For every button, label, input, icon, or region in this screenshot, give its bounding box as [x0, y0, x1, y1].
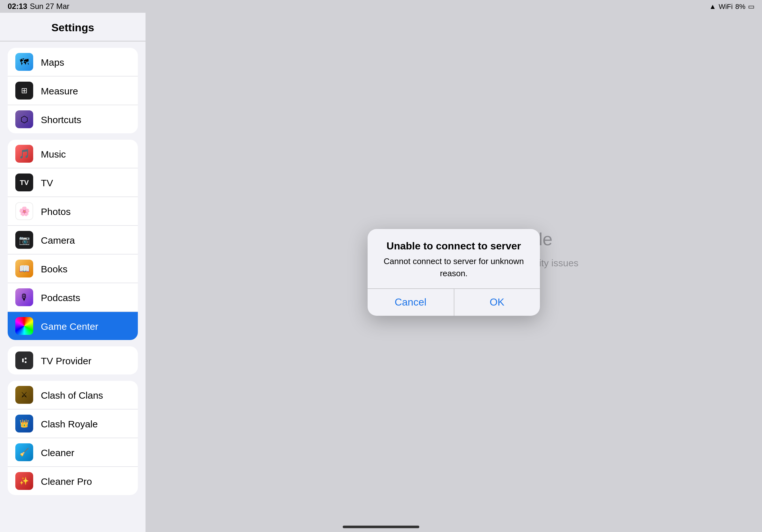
tvprovider-icon: ⑆: [15, 352, 33, 369]
cr-label: Clash Royale: [41, 418, 98, 429]
home-indicator: [343, 526, 419, 528]
sidebar-item-coc[interactable]: ⚔ Clash of Clans: [8, 381, 138, 410]
camera-label: Camera: [41, 234, 75, 245]
tv-label: TV: [41, 177, 53, 188]
sidebar-scroll: 🗺 Maps ⊞ Measure ⬡ Shortcuts: [0, 41, 145, 532]
photos-icon: 🌸: [15, 202, 33, 220]
measure-icon: ⊞: [15, 82, 33, 100]
sidebar-item-music[interactable]: 🎵 Music: [8, 140, 138, 168]
sidebar-group-media: 🎵 Music TV TV 🌸 Photos: [8, 140, 138, 340]
cleaner-label: Cleaner: [41, 447, 74, 458]
cleaner-icon: 🧹: [15, 443, 33, 461]
sidebar-group-utilities: 🗺 Maps ⊞ Measure ⬡ Shortcuts: [8, 48, 138, 133]
wifi-icon: WiFi: [719, 3, 733, 10]
sidebar-group-apps: ⚔ Clash of Clans 👑 Clash Royale 🧹 Cleane…: [8, 381, 138, 495]
podcasts-label: Podcasts: [41, 292, 80, 303]
dialog-actions: Cancel OK: [368, 288, 540, 315]
camera-icon: 📷: [15, 231, 33, 249]
status-time: 02:13: [8, 2, 27, 11]
status-date: Sun 27 Mar: [30, 2, 69, 11]
cr-icon: 👑: [15, 415, 33, 432]
maps-label: Maps: [41, 56, 64, 67]
tv-icon: TV: [15, 173, 33, 191]
coc-icon: ⚔: [15, 386, 33, 404]
dialog-overlay: Unable to connect to server Cannot conne…: [145, 13, 762, 532]
tvprovider-label: TV Provider: [41, 355, 91, 366]
sidebar-item-maps[interactable]: 🗺 Maps: [8, 48, 138, 77]
dialog-body: Unable to connect to server Cannot conne…: [368, 229, 540, 288]
sidebar-item-cleanerpro[interactable]: ✨ Cleaner Pro: [8, 467, 138, 495]
music-icon: 🎵: [15, 145, 33, 163]
status-bar: 02:13 Sun 27 Mar ▲ WiFi 8% ▭: [0, 0, 762, 13]
books-icon: 📖: [15, 260, 33, 278]
status-icons: ▲ WiFi 8% ▭: [709, 2, 754, 11]
sidebar-item-cleaner[interactable]: 🧹 Cleaner: [8, 438, 138, 467]
alert-dialog: Unable to connect to server Cannot conne…: [368, 229, 540, 316]
sidebar-item-podcasts[interactable]: 🎙 Podcasts: [8, 283, 138, 312]
books-label: Books: [41, 263, 67, 274]
shortcuts-icon: ⬡: [15, 110, 33, 128]
main-content: Not Available ta due to network connecti…: [145, 13, 762, 532]
battery-level: 8%: [735, 3, 745, 10]
sidebar-item-books[interactable]: 📖 Books: [8, 254, 138, 283]
sidebar-item-measure[interactable]: ⊞ Measure: [8, 77, 138, 105]
dialog-ok-button[interactable]: OK: [454, 289, 540, 315]
music-label: Music: [41, 148, 66, 159]
podcasts-icon: 🎙: [15, 288, 33, 306]
sidebar-item-camera[interactable]: 📷 Camera: [8, 226, 138, 254]
sidebar-item-photos[interactable]: 🌸 Photos: [8, 197, 138, 226]
measure-label: Measure: [41, 85, 78, 96]
cleanerpro-icon: ✨: [15, 472, 33, 490]
battery-icon: ▭: [748, 2, 754, 11]
dialog-message: Cannot connect to server for unknown rea…: [378, 256, 530, 279]
sidebar-item-tvprovider[interactable]: ⑆ TV Provider: [8, 346, 138, 374]
sidebar-title: Settings: [0, 13, 145, 41]
cleanerpro-label: Cleaner Pro: [41, 476, 92, 486]
sidebar-group-tvprovider: ⑆ TV Provider: [8, 346, 138, 374]
maps-icon: 🗺: [15, 53, 33, 71]
sidebar-item-gamecenter[interactable]: Game Center: [8, 312, 138, 340]
dialog-cancel-button[interactable]: Cancel: [368, 289, 454, 315]
coc-label: Clash of Clans: [41, 389, 103, 400]
sidebar-item-tv[interactable]: TV TV: [8, 168, 138, 197]
dialog-title: Unable to connect to server: [378, 241, 530, 252]
sidebar-item-cr[interactable]: 👑 Clash Royale: [8, 410, 138, 438]
shortcuts-label: Shortcuts: [41, 114, 81, 125]
gamecenter-label: Game Center: [41, 320, 98, 331]
sidebar-item-shortcuts[interactable]: ⬡ Shortcuts: [8, 105, 138, 133]
gamecenter-icon: [15, 317, 33, 335]
location-icon: ▲: [709, 3, 716, 10]
photos-label: Photos: [41, 206, 70, 217]
sidebar: Settings 🗺 Maps ⊞ Measure: [0, 13, 145, 532]
